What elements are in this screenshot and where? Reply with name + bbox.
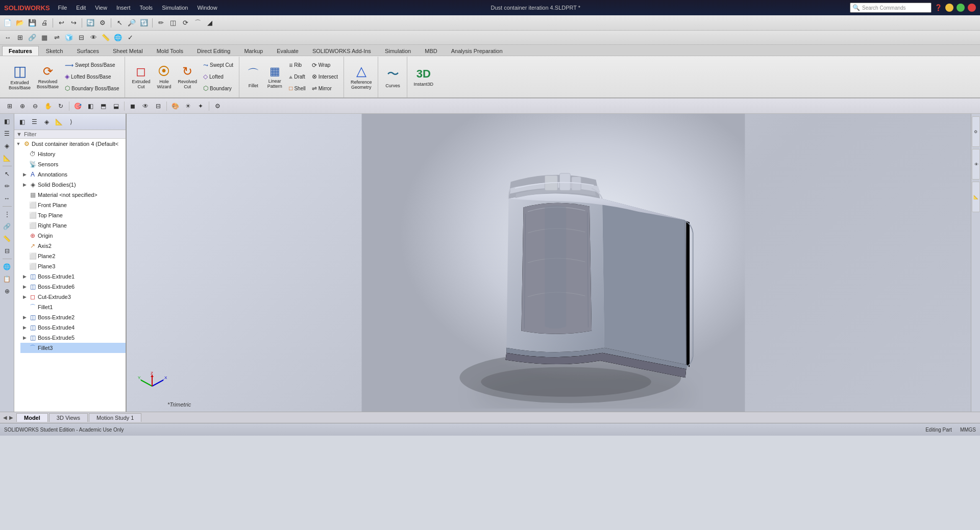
- boundary-cut-button[interactable]: ⬡ Boundary: [201, 83, 236, 93]
- search-bar[interactable]: 🔍 Search Commands: [850, 3, 932, 13]
- btab-model[interactable]: Model: [16, 413, 48, 422]
- select-button[interactable]: ↖: [114, 17, 125, 29]
- menu-tools[interactable]: Tools: [135, 4, 157, 12]
- meas-button[interactable]: 📏: [100, 32, 111, 43]
- menu-simulation[interactable]: Simulation: [158, 4, 192, 12]
- smart-dim-button[interactable]: ↔: [2, 32, 13, 43]
- ft-axis2[interactable]: ↗ Axis2: [20, 241, 126, 251]
- btab-motion-study[interactable]: Motion Study 1: [89, 413, 141, 422]
- menu-file[interactable]: File: [54, 4, 71, 12]
- redo-button[interactable]: ↪: [68, 17, 79, 29]
- btab-3dviews[interactable]: 3D Views: [49, 413, 88, 422]
- right-panel-btn2[interactable]: 👁: [972, 149, 980, 180]
- save-button[interactable]: 💾: [27, 17, 38, 29]
- intersect-button[interactable]: ⊗ Intersect: [309, 71, 340, 82]
- extruded-cut-button[interactable]: ◻ ExtrudedCut: [129, 60, 153, 94]
- feature-manager-button[interactable]: ◧: [2, 116, 13, 127]
- li-more-button[interactable]: ⋮: [2, 209, 13, 220]
- ft-annotations[interactable]: ▶ A Annotations: [20, 169, 126, 180]
- ft-fillet1[interactable]: ⌒ Fillet1: [20, 302, 126, 312]
- ft-plane2[interactable]: ⬜ Plane2: [20, 251, 126, 261]
- chamfer-button[interactable]: ◢: [204, 17, 215, 29]
- maximize-button[interactable]: [957, 4, 965, 12]
- tab-mold-tools[interactable]: Mold Tools: [150, 46, 190, 56]
- vt-appear-button[interactable]: 🎨: [169, 100, 181, 112]
- pattern-button[interactable]: ▦: [39, 32, 50, 43]
- li-sketch-button[interactable]: ✏: [2, 181, 13, 192]
- li-3dsketch-button[interactable]: 🌐: [2, 261, 13, 272]
- ft-plane3[interactable]: ⬜ Plane3: [20, 261, 126, 271]
- instant3d-button[interactable]: 3D Instant3D: [411, 60, 436, 94]
- mirror-button[interactable]: ⇌: [51, 32, 62, 43]
- 3dsketch-button[interactable]: 🌐: [112, 32, 124, 43]
- extrude-button[interactable]: ◫: [167, 17, 179, 29]
- vt-rotate-button[interactable]: ↻: [55, 100, 66, 112]
- tab-sketch[interactable]: Sketch: [39, 46, 70, 56]
- tab-simulation[interactable]: Simulation: [378, 46, 418, 56]
- ft-cut-extrude3[interactable]: ▶ ◻ Cut-Extrude3: [20, 292, 126, 302]
- ft-root[interactable]: ▼ ⚙ Dust container iteration 4 (Default<: [14, 139, 126, 149]
- li-sheet-button[interactable]: 📋: [2, 273, 13, 285]
- tab-mbd[interactable]: MBD: [418, 46, 444, 56]
- ft-config-mgr-btn[interactable]: ◈: [41, 116, 52, 128]
- check-button[interactable]: ✓: [125, 32, 136, 43]
- ft-boss-extrude1[interactable]: ▶ ◫ Boss-Extrude1: [20, 271, 126, 282]
- rebuild-button[interactable]: 🔄: [85, 17, 96, 29]
- hole-wizard-button[interactable]: ⦿ HoleWizard: [154, 60, 174, 94]
- ft-boss-extrude4[interactable]: ▶ ◫ Boss-Extrude4: [20, 322, 126, 333]
- vt-view-top-button[interactable]: ⬒: [97, 100, 109, 112]
- relations-button[interactable]: ⊞: [14, 32, 26, 43]
- reference-geometry-button[interactable]: △ ReferenceGeometry: [348, 60, 375, 94]
- ft-dim-xpert-btn[interactable]: 📐: [53, 116, 64, 128]
- btab-prev-button[interactable]: ◀: [2, 415, 8, 420]
- tab-direct-editing[interactable]: Direct Editing: [190, 46, 237, 56]
- ft-origin[interactable]: ⊕ Origin: [20, 231, 126, 241]
- vt-zoom-out-button[interactable]: ⊖: [30, 100, 41, 112]
- vt-scene-button[interactable]: ☀: [182, 100, 193, 112]
- tab-addins[interactable]: SOLIDWORKS Add-Ins: [306, 46, 378, 56]
- tab-surfaces[interactable]: Surfaces: [70, 46, 106, 56]
- ft-fillet3[interactable]: ⌒ Fillet3: [20, 343, 126, 353]
- help-icon[interactable]: ❓: [935, 4, 942, 11]
- print-button[interactable]: 🖨: [39, 17, 50, 29]
- vt-zoom-fit-button[interactable]: ⊞: [4, 100, 15, 112]
- vt-display-style-button[interactable]: ◼: [127, 100, 138, 112]
- ft-boss-extrude2[interactable]: ▶ ◫ Boss-Extrude2: [20, 312, 126, 322]
- vt-settings-button[interactable]: ⚙: [212, 100, 223, 112]
- ft-right-plane[interactable]: ⬜ Right Plane: [20, 220, 126, 231]
- new-button[interactable]: 📄: [2, 17, 13, 29]
- fillet-button[interactable]: ⌒: [192, 17, 203, 29]
- revolved-cut-button[interactable]: ↻ RevolvedCut: [175, 60, 200, 94]
- view3d-button[interactable]: 🧊: [63, 32, 75, 43]
- ft-material[interactable]: ▩ Material <not specified>: [20, 190, 126, 200]
- tab-sheet-metal[interactable]: Sheet Metal: [106, 46, 150, 56]
- vt-orient-button[interactable]: 🎯: [72, 100, 83, 112]
- vt-view-front-button[interactable]: ◧: [85, 100, 96, 112]
- viewport[interactable]: X Y Z *Trimetric ⚙ 👁 📐: [127, 114, 980, 412]
- li-section-view-button[interactable]: ⊟: [2, 245, 13, 257]
- vt-section-button[interactable]: ⊟: [153, 100, 164, 112]
- minimize-button[interactable]: [945, 4, 953, 12]
- ft-body[interactable]: ▼ ⚙ Dust container iteration 4 (Default<…: [14, 139, 126, 412]
- tab-markup[interactable]: Markup: [237, 46, 270, 56]
- section-button[interactable]: ⊟: [76, 32, 87, 43]
- ft-history[interactable]: ⏱ History: [20, 149, 126, 159]
- rotate-button[interactable]: 🔃: [138, 17, 150, 29]
- li-snap-button[interactable]: 🔗: [2, 221, 13, 232]
- close-button[interactable]: [968, 4, 976, 12]
- menu-view[interactable]: View: [91, 4, 111, 12]
- mirror-button-r[interactable]: ⇌ Mirror: [309, 83, 340, 93]
- vt-zoom-in-button[interactable]: ⊕: [17, 100, 28, 112]
- draft-button[interactable]: ⟁ Draft: [286, 71, 308, 82]
- btab-next-button[interactable]: ▶: [8, 415, 14, 420]
- ft-top-plane[interactable]: ⬜ Top Plane: [20, 210, 126, 220]
- extruded-boss-base-button[interactable]: ◫ ExtrudedBoss/Base: [6, 60, 33, 94]
- lofted-cut-button[interactable]: ◇ Lofted: [201, 71, 236, 82]
- ft-prop-mgr-btn[interactable]: ☰: [29, 116, 40, 128]
- right-panel-btn1[interactable]: ⚙: [972, 116, 980, 147]
- revolve-button[interactable]: ⟳: [180, 17, 191, 29]
- zoom-button[interactable]: 🔎: [126, 17, 137, 29]
- menu-edit[interactable]: Edit: [72, 4, 90, 12]
- sketch-button[interactable]: ✏: [155, 17, 166, 29]
- ft-sensors[interactable]: 📡 Sensors: [20, 159, 126, 169]
